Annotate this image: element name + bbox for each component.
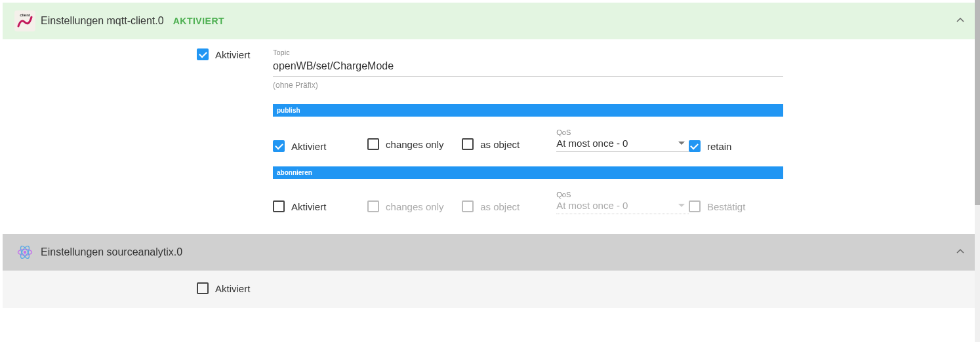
topic-input[interactable] xyxy=(273,56,783,77)
chevron-up-icon xyxy=(955,15,966,28)
subscribe-changes-only-label: changes only xyxy=(386,201,443,212)
chevron-down-icon xyxy=(678,142,685,145)
publish-qos-select[interactable]: QoS At most once - 0 xyxy=(556,128,689,152)
checkbox-unchecked-icon xyxy=(273,200,285,212)
chevron-up-icon xyxy=(955,246,966,259)
subscribe-changes-only-checkbox: changes only xyxy=(367,200,443,212)
subscribe-as-object-checkbox: as object xyxy=(462,200,520,212)
publish-enabled-checkbox[interactable]: Aktiviert xyxy=(273,140,326,152)
subscribe-options-row: Aktiviert changes only as object xyxy=(273,191,783,214)
publish-enabled-label: Aktiviert xyxy=(291,141,326,152)
panel-body-sourceanalytix: Aktiviert xyxy=(3,271,977,308)
scrollbar[interactable] xyxy=(975,0,980,308)
topic-field: Topic (ohne Präfix) xyxy=(273,48,783,90)
subscribe-enabled-label: Aktiviert xyxy=(291,201,326,212)
checkbox-disabled-icon xyxy=(689,200,701,212)
subscribe-confirmed-checkbox: Bestätigt xyxy=(689,200,745,212)
publish-changes-only-label: changes only xyxy=(386,139,443,150)
checkbox-checked-icon xyxy=(273,140,285,152)
sourceanalytix-icon xyxy=(14,242,35,263)
scrollbar-thumb[interactable] xyxy=(975,0,980,205)
checkbox-unchecked-icon xyxy=(462,138,474,150)
subscribe-confirmed-label: Bestätigt xyxy=(707,201,745,212)
topic-helper: (ohne Präfix) xyxy=(273,81,783,90)
checkbox-checked-icon xyxy=(197,48,209,60)
checkbox-disabled-icon xyxy=(367,200,379,212)
publish-qos-value: At most once - 0 xyxy=(556,138,678,149)
checkbox-unchecked-icon xyxy=(197,282,209,294)
publish-as-object-label: as object xyxy=(480,139,520,150)
mqtt-enabled-label: Aktiviert xyxy=(215,49,250,60)
svg-text:client: client xyxy=(20,13,30,17)
panel-status-badge: AKTIVIERT xyxy=(173,16,224,26)
publish-qos-label: QoS xyxy=(556,128,689,136)
subscribe-qos-value: At most once - 0 xyxy=(556,200,678,211)
publish-retain-checkbox[interactable]: retain xyxy=(689,140,732,152)
sourceanalytix-enabled-checkbox[interactable]: Aktiviert xyxy=(197,282,250,294)
mqtt-client-icon: client xyxy=(14,10,35,31)
publish-as-object-checkbox[interactable]: as object xyxy=(462,138,520,150)
svg-point-5 xyxy=(24,251,26,254)
mqtt-enabled-checkbox[interactable]: Aktiviert xyxy=(197,48,250,60)
publish-retain-label: retain xyxy=(707,141,732,152)
publish-options-row: Aktiviert changes only as object xyxy=(273,128,783,152)
subscribe-as-object-label: as object xyxy=(480,201,520,212)
chevron-down-icon xyxy=(678,204,685,207)
panel-mqtt: client Einstellungen mqtt-client.0 AKTIV… xyxy=(3,3,977,230)
topic-label: Topic xyxy=(273,48,783,56)
publish-section-header: publish xyxy=(273,104,783,117)
checkbox-checked-icon xyxy=(689,140,701,152)
panel-sourceanalytix: Einstellungen sourceanalytix.0 Aktiviert xyxy=(3,234,977,308)
panel-title-sourceanalytix: Einstellungen sourceanalytix.0 xyxy=(41,246,182,258)
checkbox-disabled-icon xyxy=(462,200,474,212)
publish-changes-only-checkbox[interactable]: changes only xyxy=(367,138,443,150)
subscribe-enabled-checkbox[interactable]: Aktiviert xyxy=(273,200,326,212)
subscribe-section-header: abonnieren xyxy=(273,166,783,179)
subscribe-qos-label: QoS xyxy=(556,191,689,199)
checkbox-unchecked-icon xyxy=(367,138,379,150)
sourceanalytix-enabled-label: Aktiviert xyxy=(215,283,250,294)
panel-title-mqtt: Einstellungen mqtt-client.0 xyxy=(41,15,164,27)
panel-header-mqtt[interactable]: client Einstellungen mqtt-client.0 AKTIV… xyxy=(3,3,977,39)
panel-body-mqtt: Aktiviert Topic (ohne Präfix) publish Ak… xyxy=(3,39,977,230)
subscribe-qos-select: QoS At most once - 0 xyxy=(556,191,689,214)
panel-header-sourceanalytix[interactable]: Einstellungen sourceanalytix.0 xyxy=(3,234,977,271)
